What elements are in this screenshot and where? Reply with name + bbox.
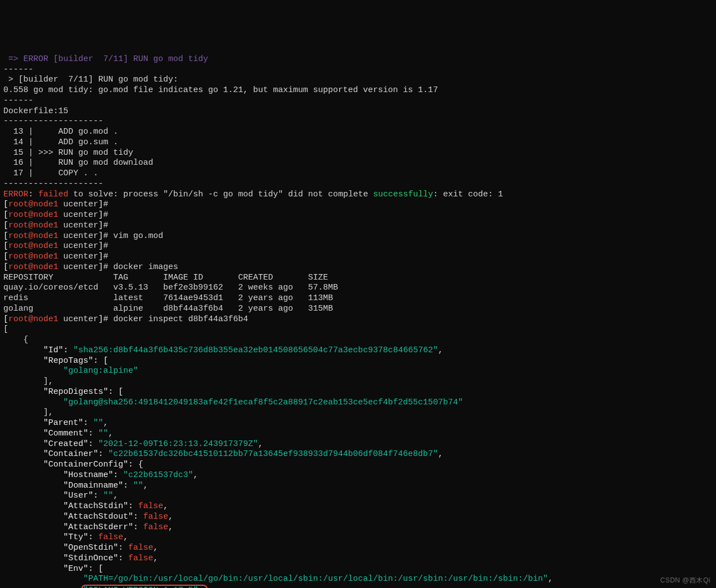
dockerfile-line-15: 15 | >>> RUN go mod tidy <box>3 148 133 158</box>
dashes-long: -------------------- <box>3 179 103 189</box>
go-mod-error: 0.558 go mod tidy: go.mod file indicates… <box>3 85 438 95</box>
dashes: ------ <box>3 65 33 74</box>
images-row: quay.io/coreos/etcd v3.5.13 bef2e3b99162… <box>3 283 338 292</box>
images-row: redis latest 7614ae9453d1 2 years ago 11… <box>3 293 333 303</box>
terminal-output[interactable]: => ERROR [builder 7/11] RUN go mod tidy … <box>3 44 713 588</box>
json-attach-stderr: "AttachStderr": false, <box>3 523 173 532</box>
json-env-golang-version: "GOLANG_VERSION=1.17.5", <box>3 586 208 588</box>
json-openstdin: "OpenStdin": false, <box>3 543 158 552</box>
json-container-config: "ContainerConfig": { <box>3 460 143 469</box>
shell-prompt: [root@node1 ucenter]# docker images <box>3 262 178 272</box>
json-user: "User": "", <box>3 491 118 500</box>
dockerfile-line-14: 14 | ADD go.sum . <box>3 138 118 147</box>
dockerfile-line-16: 16 | RUN go mod download <box>3 158 153 168</box>
json-domainname: "Domainname": "", <box>3 481 148 490</box>
json-container: "Container": "c22b61537dc326bc41510112bb… <box>3 449 443 459</box>
dockerfile-ref: Dockerfile:15 <box>3 107 68 116</box>
error-step-line: => ERROR [builder 7/11] RUN go mod tidy <box>3 54 208 64</box>
cmd-vim-gomod: vim go.mod <box>113 231 163 241</box>
dashes-long: -------------------- <box>3 116 103 126</box>
dockerfile-line-13: 13 | ADD go.mod . <box>3 127 118 136</box>
json-hostname: "Hostname": "c22b61537dc3", <box>3 470 198 480</box>
json-id: "Id": "sha256:d8bf44a3f6b435c736d8b355ea… <box>3 346 443 355</box>
watermark-text: CSDN @西木Qi <box>660 576 710 585</box>
shell-prompt: [root@node1 ucenter]# <box>3 252 113 261</box>
json-repotags: "RepoTags": [ <box>3 356 108 366</box>
json-repodigests-val: "golang@sha256:4918412049183afe42f1ecaf8… <box>3 398 463 407</box>
dashes: ------ <box>3 96 33 105</box>
images-header: REPOSITORY TAG IMAGE ID CREATED SIZE <box>3 273 328 282</box>
json-tty: "Tty": false, <box>3 533 128 542</box>
images-row: golang alpine d8bf44a3f6b4 2 years ago 3… <box>3 304 333 313</box>
json-attach-stdin: "AttachStdin": false, <box>3 501 168 511</box>
json-parent: "Parent": "", <box>3 418 108 428</box>
json-close-array: ], <box>3 377 53 386</box>
shell-prompt: [root@node1 ucenter]# <box>3 241 113 251</box>
json-created: "Created": "2021-12-09T16:23:13.24391737… <box>3 439 263 449</box>
shell-prompt: [root@node1 ucenter]# docker inspect d8b… <box>3 315 248 324</box>
shell-prompt: [root@node1 ucenter]# <box>3 221 113 230</box>
json-close-array: ], <box>3 408 53 417</box>
cmd-docker-inspect: docker inspect d8bf44a3f6b4 <box>113 315 248 324</box>
json-comment: "Comment": "", <box>3 429 113 438</box>
dockerfile-line-17: 17 | COPY . . <box>3 169 98 178</box>
json-repotags-val: "golang:alpine" <box>3 366 138 376</box>
json-env-path: "PATH=/go/bin:/usr/local/go/bin:/usr/loc… <box>3 574 553 584</box>
build-step-line: > [builder 7/11] RUN go mod tidy: <box>3 75 178 84</box>
json-bracket-open: [ <box>3 325 8 334</box>
cmd-docker-images: docker images <box>113 262 178 272</box>
json-attach-stdout: "AttachStdout": false, <box>3 512 173 521</box>
json-stdinonce: "StdinOnce": false, <box>3 554 158 563</box>
json-brace-open: { <box>3 335 28 344</box>
shell-prompt: [root@node1 ucenter]# <box>3 210 113 220</box>
shell-prompt: [root@node1 ucenter]# vim go.mod <box>3 231 163 241</box>
error-solve-line: ERROR: failed to solve: process "/bin/sh… <box>3 190 503 199</box>
shell-prompt: [root@node1 ucenter]# <box>3 200 113 209</box>
json-repodigests: "RepoDigests": [ <box>3 387 123 397</box>
json-env: "Env": [ <box>3 564 103 574</box>
